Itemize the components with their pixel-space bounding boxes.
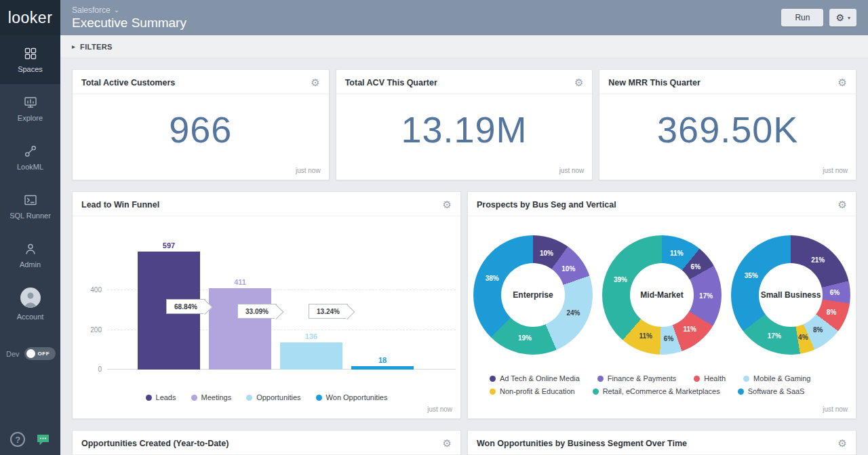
slice-percent-label: 19% xyxy=(518,334,532,342)
legend-label: Non-profit & Education xyxy=(500,387,575,395)
legend-item[interactable]: Non-profit & Education xyxy=(490,387,575,395)
chat-icon[interactable] xyxy=(36,433,50,446)
sidebar-item-explore[interactable]: Explore xyxy=(0,84,60,133)
dev-mode-toggle[interactable]: OFF xyxy=(24,347,56,360)
sidebar-item-label: Admin xyxy=(20,260,41,269)
legend-dot xyxy=(246,395,252,401)
dashboard-content: Total Active Customers ⚙ 966 just now To… xyxy=(60,58,868,455)
slice-percent-label: 11% xyxy=(670,250,683,257)
legend-item[interactable]: Software & SaaS xyxy=(738,387,805,395)
card-header: Total Active Customers ⚙ xyxy=(73,70,329,94)
charts-row: Lead to Win Funnel ⚙ 0200400597411136186… xyxy=(72,191,856,419)
bar-won-opportunities[interactable]: 18 xyxy=(351,356,414,370)
tile-updated-timestamp: just now xyxy=(336,164,593,180)
help-icon[interactable]: ? xyxy=(10,432,25,447)
dashboard-settings-button[interactable]: ⚙ ▾ xyxy=(829,9,856,26)
sidebar-item-label: SQL Runner xyxy=(9,212,51,220)
funnel-plot: 02004005974111361868.84%33.09%13.24% xyxy=(138,241,414,370)
y-tick-label: 0 xyxy=(83,365,102,373)
tile-gear-icon[interactable]: ⚙ xyxy=(311,77,319,87)
card-title: Prospects by Bus Seg and Vertical xyxy=(477,200,616,210)
funnel-legend: LeadsMeetingsOpportunitiesWon Opportunit… xyxy=(73,391,460,403)
legend-item[interactable]: Ad Tech & Online Media xyxy=(490,374,580,382)
legend-dot xyxy=(146,395,152,401)
tile-updated-timestamp: just now xyxy=(73,403,460,418)
slice-percent-label: 8% xyxy=(813,325,823,333)
main-area: ▸ FILTERS Total Active Customers ⚙ 966 j… xyxy=(60,35,868,455)
donut-small-business[interactable]: 21%6%8%8%4%17%35%Small Business xyxy=(731,235,850,355)
prospects-legend: Ad Tech & Online MediaFinance & Payments… xyxy=(468,373,856,403)
legend-dot xyxy=(316,395,322,401)
slice-percent-label: 8% xyxy=(827,308,836,315)
legend-item[interactable]: Retail, eCommerce & Marketplaces xyxy=(593,387,720,395)
card-header: Lead to Win Funnel ⚙ xyxy=(73,192,460,216)
slice-percent-label: 4% xyxy=(798,333,808,340)
sidebar-item-account[interactable]: Account xyxy=(0,279,60,328)
legend-item[interactable]: Opportunities xyxy=(246,393,300,401)
breadcrumb[interactable]: Salesforce ⌄ xyxy=(72,5,186,15)
slice-percent-label: 6% xyxy=(830,289,840,296)
legend-item[interactable]: Meetings xyxy=(191,393,232,401)
donut-mid-market[interactable]: 11%6%17%11%6%11%39%Mid-Market xyxy=(602,235,722,355)
breadcrumb-label: Salesforce xyxy=(72,5,111,15)
slice-percent-label: 11% xyxy=(639,332,652,340)
bar-meetings[interactable]: 411 xyxy=(209,278,271,370)
tile-gear-icon[interactable]: ⚙ xyxy=(443,199,452,210)
opportunities-created-card: Opportunities Created (Year-to-Date) ⚙ xyxy=(72,430,461,455)
kpi-value: 13.19M xyxy=(336,94,593,164)
kpi-value: 966 xyxy=(73,94,329,164)
bar xyxy=(280,342,342,370)
bar-value-label: 597 xyxy=(163,241,175,250)
donut-enterprise[interactable]: 10%10%24%19%38%Enterprise xyxy=(473,235,593,355)
legend-dot xyxy=(738,389,744,395)
slice-percent-label: 6% xyxy=(691,262,701,270)
bar xyxy=(209,288,271,370)
bar-value-label: 136 xyxy=(305,332,317,340)
tile-gear-icon[interactable]: ⚙ xyxy=(838,199,847,210)
legend-item[interactable]: Won Opportunities xyxy=(316,393,388,401)
sidebar: Spaces Explore LookML SQL Runner Admin A… xyxy=(0,35,60,455)
help-glyph: ? xyxy=(15,435,20,445)
card-header: Prospects by Bus Seg and Vertical ⚙ xyxy=(468,192,856,216)
slice-percent-label: 10% xyxy=(561,264,575,272)
run-button[interactable]: Run xyxy=(781,9,823,26)
legend-item[interactable]: Health xyxy=(694,374,726,382)
card-title: Total ACV This Quarter xyxy=(345,78,437,87)
bar-opportunities[interactable]: 136 xyxy=(280,332,342,370)
header-titles: Salesforce ⌄ Executive Summary xyxy=(60,0,186,35)
tile-updated-timestamp: just now xyxy=(599,164,856,180)
slice-percent-label: 10% xyxy=(540,249,553,256)
tile-gear-icon[interactable]: ⚙ xyxy=(443,438,452,448)
kpi-card-total-active-customers: Total Active Customers ⚙ 966 just now xyxy=(72,69,330,180)
card-title: Opportunities Created (Year-to-Date) xyxy=(81,439,229,448)
lead-to-win-funnel-card: Lead to Win Funnel ⚙ 0200400597411136186… xyxy=(72,191,461,419)
card-header: Opportunities Created (Year-to-Date) ⚙ xyxy=(73,431,460,455)
y-tick-label: 200 xyxy=(83,326,102,334)
legend-item[interactable]: Finance & Payments xyxy=(597,374,677,382)
tile-updated-timestamp: just now xyxy=(468,403,856,418)
slice-percent-label: 35% xyxy=(745,271,758,279)
tile-gear-icon[interactable]: ⚙ xyxy=(838,438,847,448)
conversion-rate-arrow: 33.09% xyxy=(237,304,277,319)
legend-item[interactable]: Mobile & Gaming xyxy=(743,374,810,382)
legend-dot xyxy=(490,376,496,382)
tile-gear-icon[interactable]: ⚙ xyxy=(838,77,847,87)
bar xyxy=(351,366,414,370)
won-opps-over-time-card: Won Opportunities by Business Segment Ov… xyxy=(467,430,856,455)
looker-logo[interactable]: looker xyxy=(0,0,60,35)
sidebar-item-admin[interactable]: Admin xyxy=(0,231,60,279)
bottom-row: Opportunities Created (Year-to-Date) ⚙ W… xyxy=(72,430,856,455)
sidebar-item-sql-runner[interactable]: SQL Runner xyxy=(0,182,60,231)
account-avatar xyxy=(20,288,41,308)
sidebar-item-spaces[interactable]: Spaces xyxy=(0,35,60,84)
legend-dot xyxy=(490,389,496,395)
legend-dot xyxy=(593,389,599,395)
chat-bubble-icon xyxy=(36,433,50,446)
legend-dot xyxy=(694,376,700,382)
legend-item[interactable]: Leads xyxy=(146,393,176,401)
filters-bar[interactable]: ▸ FILTERS xyxy=(60,35,868,58)
sidebar-item-lookml[interactable]: LookML xyxy=(0,133,60,182)
tile-gear-icon[interactable]: ⚙ xyxy=(574,77,583,87)
card-header: New MRR This Quarter ⚙ xyxy=(599,70,856,94)
filters-label: FILTERS xyxy=(80,43,113,51)
